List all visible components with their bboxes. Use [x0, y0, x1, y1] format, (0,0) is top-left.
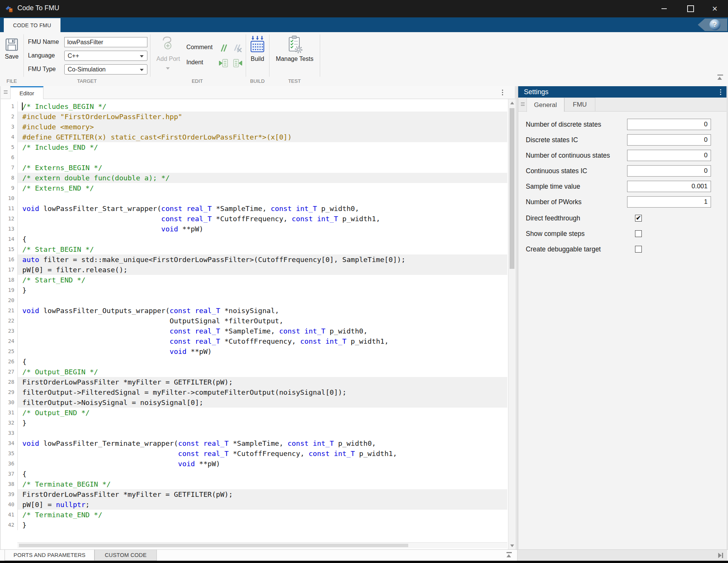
field-input-sample-time-value[interactable] [627, 181, 711, 192]
line-number: 7 [1, 163, 18, 173]
fmu-type-value: Co-Simulation [68, 66, 105, 73]
code-line[interactable]: 33 [1, 428, 507, 438]
maximize-button[interactable] [680, 0, 702, 17]
code-line[interactable]: 41/* Terminate_END */ [1, 510, 507, 520]
language-select[interactable]: C++ [64, 51, 147, 61]
code-text: auto filter = std::make_unique<FirstOrde… [18, 254, 507, 265]
line-number: 36 [1, 459, 18, 469]
code-line[interactable]: 37{ [1, 469, 507, 479]
tab-editor[interactable]: Editor [10, 86, 43, 99]
editor-menu-button[interactable] [502, 90, 503, 95]
vertical-scrollbar[interactable] [508, 99, 516, 549]
code-line[interactable]: 17pW[0] = filter.release(); [1, 265, 507, 275]
code-line[interactable]: 22 OutputSignal *filterOutput, [1, 316, 507, 326]
code-line[interactable]: 35 const real_T *CutoffFrequency, const … [1, 448, 507, 459]
fmu-name-input[interactable] [64, 37, 147, 47]
code-line[interactable]: 20 [1, 295, 507, 306]
comment-label: Comment [186, 44, 212, 51]
horizontal-scrollbar[interactable] [17, 542, 507, 548]
code-line[interactable]: 7/* Externs_BEGIN */ [1, 163, 507, 173]
bottom-tab-ports-and-parameters[interactable]: PORTS AND PARAMETERS [5, 550, 94, 561]
code-line[interactable]: 25 void **pW) [1, 346, 507, 357]
tab-code-to-fmu[interactable]: CODE TO FMU [4, 18, 60, 32]
scroll-up-icon[interactable] [510, 102, 514, 104]
fmu-type-select[interactable]: Co-Simulation [64, 64, 147, 74]
checkbox-create-debuggable-target[interactable] [635, 246, 642, 253]
code-line[interactable]: 6 [1, 152, 507, 163]
code-line[interactable]: 30filterOutput->NoisySignal = noisySigna… [1, 397, 507, 408]
code-line[interactable]: 27/* Output_BEGIN */ [1, 367, 507, 377]
code-line[interactable]: 1/* Includes_BEGIN */ [1, 101, 507, 112]
code-line[interactable]: 42} [1, 520, 507, 530]
code-line[interactable]: 31/* Output_END */ [1, 408, 507, 418]
field-input-continuous-states-ic[interactable] [627, 165, 711, 177]
vertical-scrollbar-thumb[interactable] [510, 108, 514, 269]
code-line[interactable]: 38/* Terminate_BEGIN */ [1, 479, 507, 489]
tab-fmu[interactable]: FMU [564, 98, 595, 112]
comment-button[interactable] [218, 44, 228, 54]
code-line[interactable]: 19} [1, 285, 507, 295]
code-line[interactable]: 13 void **pW) [1, 224, 507, 234]
code-line[interactable]: 40pW[0] = nullptr; [1, 499, 507, 510]
code-line[interactable]: 36 void **pW) [1, 459, 507, 469]
close-button[interactable]: × [704, 0, 726, 17]
field-input-number-of-discrete-states[interactable] [627, 119, 711, 130]
field-input-number-of-pworks[interactable] [627, 196, 711, 208]
code-line[interactable]: 39FirstOrderLowPassFilter *myFilter = GE… [1, 489, 507, 499]
indent-right-icon [218, 59, 228, 68]
code-line[interactable]: 28FirstOrderLowPassFilter *myFilter = GE… [1, 377, 507, 387]
indent-left-button[interactable] [233, 59, 243, 69]
save-button[interactable] [5, 37, 19, 53]
title-bar: Code To FMU × [0, 0, 728, 17]
code-line[interactable]: 9/* Externs_END */ [1, 183, 507, 193]
bottom-tab-custom-code[interactable]: CUSTOM CODE [94, 550, 157, 561]
checkbox-show-compile-steps[interactable] [635, 230, 642, 237]
collapse-toolstrip-button[interactable] [717, 74, 723, 81]
minimize-button[interactable] [653, 0, 675, 17]
indent-right-button[interactable] [218, 59, 228, 69]
code-area[interactable]: 1/* Includes_BEGIN */2#include "FirstOrd… [1, 99, 507, 542]
code-line[interactable]: 23 const real_T *SampleTime, const int_T… [1, 326, 507, 336]
tab-general[interactable]: General [527, 98, 564, 112]
field-input-discrete-states-ic[interactable] [627, 134, 711, 146]
add-port-button[interactable] [160, 35, 175, 54]
code-line[interactable]: 24 const real_T *CutoffFrequency, const … [1, 336, 507, 346]
code-line[interactable]: 10 [1, 193, 507, 203]
code-line[interactable]: 14{ [1, 234, 507, 244]
code-line[interactable]: 4#define GETFILTER(x) static_cast<FirstO… [1, 132, 507, 142]
code-line[interactable]: 34void lowPassFilter_Terminate_wrapper(c… [1, 438, 507, 448]
grip-icon[interactable] [521, 102, 525, 106]
code-line[interactable]: 29filterOutput->FilteredSignal = myFilte… [1, 387, 507, 397]
scroll-end-button[interactable] [718, 553, 723, 558]
code-line[interactable]: 12 const real_T *CutoffFrequency, const … [1, 214, 507, 224]
chevron-down-icon [140, 55, 144, 57]
code-line[interactable]: 8/* extern double func(double a); */ [1, 173, 507, 183]
line-number: 11 [1, 203, 18, 214]
add-port-dropdown-icon[interactable] [166, 67, 170, 70]
uncomment-button[interactable] [233, 44, 242, 54]
code-line[interactable]: 16auto filter = std::make_unique<FirstOr… [1, 254, 507, 265]
field-label: Discrete states IC [526, 134, 578, 146]
horizontal-scrollbar-thumb[interactable] [19, 544, 408, 547]
code-line[interactable]: 15/* Start_BEGIN */ [1, 244, 507, 254]
build-icon [249, 35, 265, 53]
scroll-down-icon[interactable] [510, 544, 514, 547]
code-line[interactable]: 26{ [1, 357, 507, 367]
settings-menu-button[interactable] [720, 89, 721, 95]
code-line[interactable]: 3#include <memory> [1, 122, 507, 132]
code-line[interactable]: 2#include "FirstOrderLowPassFilter.hpp" [1, 112, 507, 122]
code-line[interactable]: 32} [1, 418, 507, 428]
grip-icon[interactable] [4, 90, 8, 94]
code-line[interactable]: 18/* Start_END */ [1, 275, 507, 285]
code-text: } [18, 285, 507, 295]
expand-panel-button[interactable] [507, 552, 512, 558]
checkbox-direct-feedthrough[interactable]: ✔ [635, 215, 642, 222]
help-button[interactable]: ? [698, 19, 727, 31]
build-button[interactable] [249, 35, 265, 55]
line-number: 9 [1, 183, 18, 193]
code-line[interactable]: 11void lowPassFilter_Start_wrapper(const… [1, 203, 507, 214]
code-line[interactable]: 5/* Includes_END */ [1, 142, 507, 152]
code-line[interactable]: 21void lowPassFilter_Outputs_wrapper(con… [1, 306, 507, 316]
field-input-number-of-continuous-states[interactable] [627, 150, 711, 161]
manage-tests-button[interactable] [286, 35, 303, 55]
